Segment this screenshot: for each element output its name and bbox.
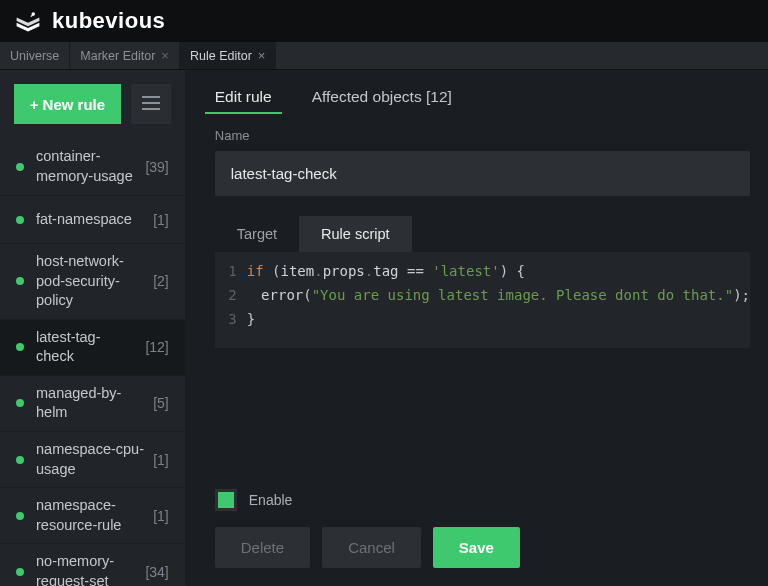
svg-rect-4 <box>142 108 160 110</box>
rule-item[interactable]: managed-by-helm[5] <box>0 376 185 432</box>
rule-list: container-memory-usage[39]fat-namespace[… <box>0 138 185 586</box>
rule-name: no-memory-request-set <box>36 544 137 586</box>
tab-label: Rule Editor <box>190 49 252 63</box>
sidebar-actions: + New rule <box>0 70 185 138</box>
action-buttons: Delete Cancel Save <box>215 527 750 568</box>
script-view-tabs: Target Rule script <box>215 216 750 252</box>
rule-name-input[interactable] <box>215 151 750 196</box>
rule-item[interactable]: latest-tag-check[12] <box>0 320 185 376</box>
menu-icon <box>142 94 160 115</box>
code-line: error("You are using latest image. Pleas… <box>247 284 750 308</box>
rule-item[interactable]: namespace-resource-rule[1] <box>0 488 185 544</box>
enable-row: Enable <box>215 489 750 511</box>
status-dot-icon <box>16 456 24 464</box>
close-icon[interactable]: × <box>258 48 266 63</box>
brand-name: kubevious <box>52 8 165 34</box>
rule-count: [1] <box>153 508 169 524</box>
rule-editor-panel: Edit rule Affected objects [12] Name Tar… <box>185 70 768 586</box>
delete-button[interactable]: Delete <box>215 527 310 568</box>
rule-count: [2] <box>153 273 169 289</box>
tab-marker-editor[interactable]: Marker Editor × <box>70 42 180 69</box>
tab-edit-rule[interactable]: Edit rule <box>215 88 272 112</box>
status-dot-icon <box>16 399 24 407</box>
rule-name: fat-namespace <box>36 202 145 238</box>
status-dot-icon <box>16 512 24 520</box>
rule-item[interactable]: namespace-cpu-usage[1] <box>0 432 185 488</box>
line-number: 3 <box>215 308 247 332</box>
app-header: kubevious <box>0 0 768 42</box>
status-dot-icon <box>16 163 24 171</box>
tab-target[interactable]: Target <box>215 216 299 252</box>
tab-rule-editor[interactable]: Rule Editor × <box>180 42 276 69</box>
rule-name: namespace-resource-rule <box>36 488 145 543</box>
status-dot-icon <box>16 277 24 285</box>
rule-item[interactable]: container-memory-usage[39] <box>0 138 185 196</box>
status-dot-icon <box>16 568 24 576</box>
sidebar-menu-button[interactable] <box>131 84 171 124</box>
line-number: 2 <box>215 284 247 308</box>
enable-label: Enable <box>249 492 293 508</box>
code-editor[interactable]: 1 if (item.props.tag == 'latest') { 2 er… <box>215 252 750 348</box>
rule-name: namespace-cpu-usage <box>36 432 145 487</box>
save-button[interactable]: Save <box>433 527 520 568</box>
rule-name: host-network-pod-security-policy <box>36 244 145 319</box>
tab-universe[interactable]: Universe <box>0 42 70 69</box>
rule-count: [34] <box>145 564 168 580</box>
editor-view-tabs: Edit rule Affected objects [12] <box>215 88 750 112</box>
new-rule-button[interactable]: + New rule <box>14 84 121 124</box>
cancel-button[interactable]: Cancel <box>322 527 421 568</box>
code-line: } <box>247 308 255 332</box>
tab-label: Universe <box>10 49 59 63</box>
code-line: if (item.props.tag == 'latest') { <box>247 260 525 284</box>
name-field-label: Name <box>215 128 750 143</box>
status-dot-icon <box>16 343 24 351</box>
tab-rule-script[interactable]: Rule script <box>299 216 412 252</box>
rule-count: [12] <box>145 339 168 355</box>
status-dot-icon <box>16 216 24 224</box>
rule-count: [5] <box>153 395 169 411</box>
svg-rect-3 <box>142 102 160 104</box>
close-icon[interactable]: × <box>161 48 169 63</box>
rule-count: [39] <box>145 159 168 175</box>
brand-logo-icon <box>14 7 42 35</box>
rule-name: latest-tag-check <box>36 320 137 375</box>
tab-label: Marker Editor <box>80 49 155 63</box>
rule-item[interactable]: host-network-pod-security-policy[2] <box>0 244 185 320</box>
line-number: 1 <box>215 260 247 284</box>
enable-checkbox[interactable] <box>215 489 237 511</box>
svg-rect-2 <box>142 96 160 98</box>
rule-item[interactable]: no-memory-request-set[34] <box>0 544 185 586</box>
rule-count: [1] <box>153 452 169 468</box>
rule-name: container-memory-usage <box>36 139 137 194</box>
window-tabs: Universe Marker Editor × Rule Editor × <box>0 42 768 70</box>
tab-affected-objects[interactable]: Affected objects [12] <box>312 88 452 112</box>
rule-name: managed-by-helm <box>36 376 145 431</box>
rule-item[interactable]: fat-namespace[1] <box>0 196 185 244</box>
rule-count: [1] <box>153 212 169 228</box>
rules-sidebar: + New rule container-memory-usage[39]fat… <box>0 70 185 586</box>
